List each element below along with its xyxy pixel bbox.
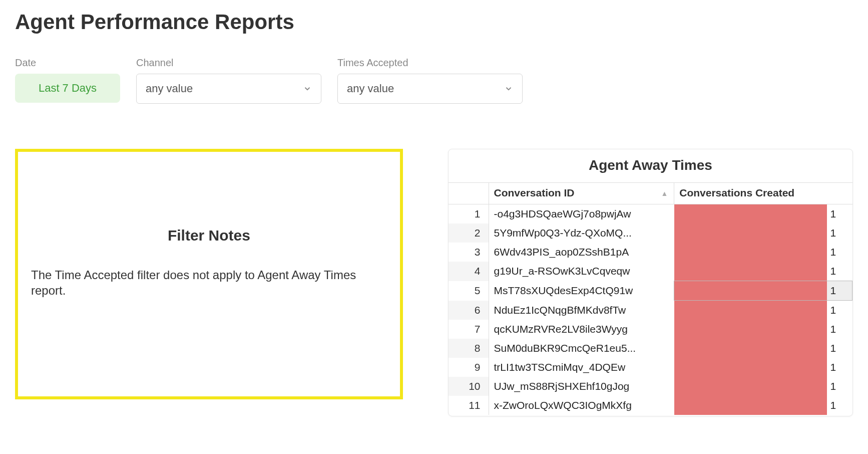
conversations-created-count: 1: [827, 396, 852, 415]
conversation-id-cell: qcKUMzRVRe2LV8ile3Wyyg: [489, 320, 674, 339]
sort-ascending-icon: ▲: [661, 189, 668, 197]
table-row[interactable]: 11x-ZwOroLQxWQC3IOgMkXfg1: [449, 396, 852, 415]
conversations-created-count: 1: [827, 339, 852, 358]
conversations-created-count: 1: [827, 358, 852, 377]
conversations-created-bar: [674, 377, 827, 396]
filter-times-label: Times Accepted: [337, 57, 523, 69]
conversations-created-count: 1: [827, 281, 852, 301]
row-index: 10: [449, 377, 489, 396]
filter-date-button[interactable]: Last 7 Days: [15, 74, 120, 103]
row-index: 1: [449, 204, 489, 224]
conversation-id-cell: g19Ur_a-RSOwK3LvCqveqw: [489, 262, 674, 281]
row-index: 8: [449, 339, 489, 358]
column-conversation-id-label: Conversation ID: [494, 187, 575, 198]
conversation-id-cell: 6Wdv43PIS_aop0ZSshB1pA: [489, 243, 674, 262]
conversation-id-cell: SuM0duBKR9CmcQeR1eu5...: [489, 339, 674, 358]
conversation-id-cell: UJw_mS88RjSHXEhf10gJog: [489, 377, 674, 396]
conversation-id-cell: trLI1tw3TSCmiMqv_4DQEw: [489, 358, 674, 377]
row-index: 5: [449, 281, 489, 301]
conversations-created-count: 1: [827, 320, 852, 339]
conversations-created-bar: [674, 204, 827, 224]
filter-times-group: Times Accepted any value: [337, 57, 523, 104]
column-conversation-id[interactable]: Conversation ID ▲: [489, 183, 674, 204]
conversation-id-cell: x-ZwOroLQxWQC3IOgMkXfg: [489, 396, 674, 415]
table-row[interactable]: 6NduEz1IcQNqgBfMKdv8fTw1: [449, 301, 852, 320]
away-times-title: Agent Away Times: [449, 149, 852, 182]
filter-times-value: any value: [347, 82, 394, 95]
conversations-created-count: 1: [827, 243, 852, 262]
filter-channel-label: Channel: [136, 57, 321, 69]
conversations-created-bar: [674, 320, 827, 339]
conversations-created-count: 1: [827, 223, 852, 243]
filters-row: Date Last 7 Days Channel any value Times…: [15, 57, 853, 104]
filter-channel-value: any value: [146, 82, 193, 95]
page-title: Agent Performance Reports: [15, 10, 853, 34]
conversations-created-count: 1: [827, 262, 852, 281]
filter-notes-title: Filter Notes: [31, 227, 387, 244]
filter-channel-select[interactable]: any value: [136, 74, 321, 104]
conversations-created-bar: [674, 339, 827, 358]
table-row[interactable]: 9trLI1tw3TSCmiMqv_4DQEw1: [449, 358, 852, 377]
table-row[interactable]: 10UJw_mS88RjSHXEhf10gJog1: [449, 377, 852, 396]
filter-times-select[interactable]: any value: [337, 74, 523, 104]
conversations-created-bar: [674, 243, 827, 262]
column-conversations-created-label: Conversations Created: [679, 187, 794, 198]
table-row[interactable]: 8SuM0duBKR9CmcQeR1eu5...1: [449, 339, 852, 358]
filter-notes-card: Filter Notes The Time Accepted filter do…: [15, 149, 403, 399]
filter-date-group: Date Last 7 Days: [15, 57, 120, 104]
content-row: Filter Notes The Time Accepted filter do…: [15, 149, 853, 416]
row-index: 7: [449, 320, 489, 339]
row-index: 9: [449, 358, 489, 377]
row-index: 11: [449, 396, 489, 415]
conversation-id-cell: MsT78sXUQdesExp4CtQ91w: [489, 281, 674, 301]
conversations-created-bar: [674, 262, 827, 281]
row-index: 2: [449, 223, 489, 243]
away-times-card: Agent Away Times Conversation ID ▲ Conve…: [448, 149, 853, 416]
conversations-created-bar: [674, 358, 827, 377]
conversations-created-count: 1: [827, 204, 852, 224]
conversations-created-bar: [674, 223, 827, 243]
row-index-header: [449, 183, 489, 204]
conversations-created-count: 1: [827, 301, 852, 320]
conversations-created-bar: [674, 301, 827, 320]
conversations-created-bar: [674, 281, 827, 301]
table-row[interactable]: 4g19Ur_a-RSOwK3LvCqveqw1: [449, 262, 852, 281]
conversations-created-count: 1: [827, 377, 852, 396]
filter-date-label: Date: [15, 57, 120, 69]
table-row[interactable]: 36Wdv43PIS_aop0ZSshB1pA1: [449, 243, 852, 262]
chevron-down-icon: [504, 84, 513, 93]
conversations-created-bar: [674, 396, 827, 415]
table-row[interactable]: 1-o4g3HDSQaeWGj7o8pwjAw1: [449, 204, 852, 224]
conversation-id-cell: 5Y9mfWp0Q3-Ydz-QXoMQ...: [489, 223, 674, 243]
filter-channel-group: Channel any value: [136, 57, 321, 104]
table-row[interactable]: 25Y9mfWp0Q3-Ydz-QXoMQ...1: [449, 223, 852, 243]
table-row[interactable]: 7qcKUMzRVRe2LV8ile3Wyyg1: [449, 320, 852, 339]
row-index: 4: [449, 262, 489, 281]
row-index: 6: [449, 301, 489, 320]
conversation-id-cell: -o4g3HDSQaeWGj7o8pwjAw: [489, 204, 674, 224]
away-times-table: Conversation ID ▲ Conversations Created …: [449, 182, 852, 415]
filter-notes-body: The Time Accepted filter does not apply …: [31, 267, 387, 298]
row-index: 3: [449, 243, 489, 262]
conversation-id-cell: NduEz1IcQNqgBfMKdv8fTw: [489, 301, 674, 320]
column-conversations-created[interactable]: Conversations Created: [674, 183, 852, 204]
chevron-down-icon: [303, 84, 312, 93]
table-row[interactable]: 5MsT78sXUQdesExp4CtQ91w1: [449, 281, 852, 301]
